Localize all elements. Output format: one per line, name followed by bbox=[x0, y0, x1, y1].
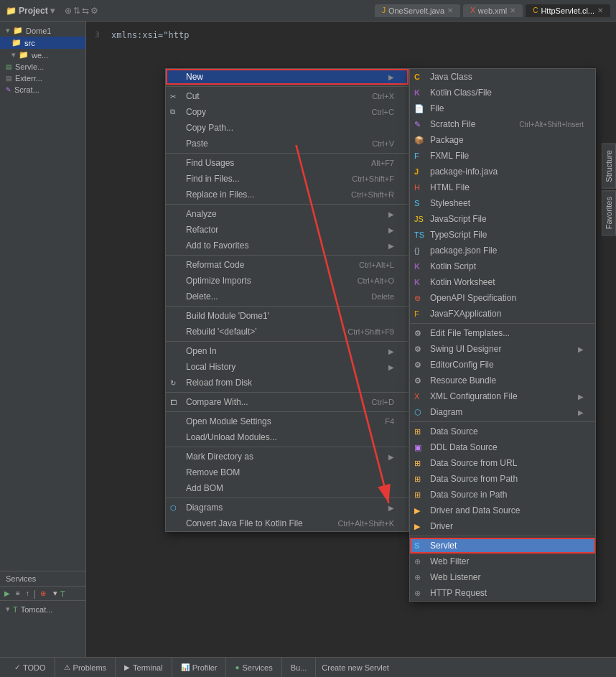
css-icon: S bbox=[414, 199, 419, 207]
tree-item-scrat[interactable]: ✎ Scrat... bbox=[0, 84, 85, 95]
submenu-kotlin-class[interactable]: K Kotlin Class/File bbox=[410, 85, 595, 101]
context-menu-new[interactable]: New ▶ bbox=[166, 69, 409, 85]
submenu-openapi[interactable]: ⊚ OpenAPI Specification bbox=[410, 290, 595, 306]
submenu-java-class[interactable]: C Java Class bbox=[410, 69, 595, 85]
project-folder-icon: 📁 bbox=[13, 26, 23, 35]
submenu-servlet[interactable]: S Servlet bbox=[410, 538, 595, 554]
services-toolbar: ▶ ≡ ↑ | ⊕ ▾ T bbox=[0, 587, 85, 601]
context-menu-copy-path[interactable]: Copy Path... bbox=[166, 120, 409, 136]
submenu-editorconfig[interactable]: ⚙ EditorConfig File bbox=[410, 357, 595, 373]
line-number: 3 bbox=[95, 30, 100, 39]
driver-icon: ▶ bbox=[414, 522, 420, 531]
status-tab-problems[interactable]: ⚠ Problems bbox=[55, 658, 116, 677]
context-menu-reload[interactable]: ↻ Reload from Disk bbox=[166, 375, 409, 391]
status-tab-terminal[interactable]: ▶ Terminal bbox=[116, 658, 172, 677]
context-menu-find-usages[interactable]: Find Usages Alt+F7 bbox=[166, 155, 409, 171]
submenu-resource-bundle[interactable]: ⚙ Resource Bundle bbox=[410, 373, 595, 388]
services-expand-btn[interactable]: ⊕ bbox=[39, 588, 47, 599]
diagram-icon: ⬡ bbox=[170, 504, 177, 512]
context-menu-mark-dir[interactable]: Mark Directory as ▶ bbox=[166, 449, 409, 464]
context-menu-add-bom[interactable]: Add BOM bbox=[166, 480, 409, 496]
tree-item-web[interactable]: ▾ 📁 we... bbox=[0, 49, 85, 61]
submenu-scratch-file[interactable]: ✎ Scratch File Ctrl+Alt+Shift+Insert bbox=[410, 116, 595, 132]
side-label-structure[interactable]: Structure bbox=[602, 144, 616, 189]
tab-close-oneservelt[interactable]: ✕ bbox=[447, 6, 453, 14]
context-menu-replace-in-files[interactable]: Replace in Files... Ctrl+Shift+R bbox=[166, 187, 409, 202]
submenu-fxml[interactable]: F FXML File bbox=[410, 148, 595, 164]
compare-icon: ⧠ bbox=[170, 398, 177, 406]
tab-httpservlet[interactable]: C HttpServlet.cl... ✕ bbox=[526, 4, 610, 17]
context-menu-build-module[interactable]: Build Module 'Dome1' bbox=[166, 308, 409, 324]
submenu-javafx[interactable]: F JavaFXApplication bbox=[410, 306, 595, 322]
tree-item-dome1[interactable]: ▾ 📁 Dome1 bbox=[0, 24, 85, 37]
status-tab-profiler[interactable]: 📊 Profiler bbox=[172, 658, 227, 677]
context-menu-copy[interactable]: ⧉ Copy Ctrl+C bbox=[166, 104, 409, 120]
services-run-btn[interactable]: ▶ bbox=[3, 588, 11, 599]
webfilter-icon: ⊕ bbox=[414, 557, 421, 566]
submenu-ddl-datasource[interactable]: ▣ DDL Data Source bbox=[410, 439, 595, 455]
submenu-xml-config[interactable]: X XML Configuration File ▶ bbox=[410, 388, 595, 404]
json-icon: {} bbox=[414, 246, 419, 255]
submenu-diagram[interactable]: ⬡ Diagram ▶ bbox=[410, 404, 595, 420]
ds-path-icon: ⊞ bbox=[414, 475, 421, 484]
side-label-favorites[interactable]: Favorites bbox=[602, 190, 616, 235]
context-menu-open-module-settings[interactable]: Open Module Settings F4 bbox=[166, 414, 409, 429]
tab-oneservelt[interactable]: J OneServelt.java ✕ bbox=[375, 4, 460, 17]
services-tree-tomcat[interactable]: ▾ T Tomcat... bbox=[6, 604, 80, 615]
tree-item-src[interactable]: 📁 src bbox=[0, 37, 85, 49]
submenu-weblistener[interactable]: ⊕ Web Listener bbox=[410, 569, 595, 585]
context-menu-add-favorites[interactable]: Add to Favorites ▶ bbox=[166, 238, 409, 253]
submenu-kotlin-script[interactable]: K Kotlin Script bbox=[410, 258, 595, 274]
tab-close-webxml[interactable]: ✕ bbox=[510, 6, 515, 14]
context-menu-convert-kotlin[interactable]: Convert Java File to Kotlin File Ctrl+Al… bbox=[166, 515, 409, 531]
submenu-edit-templates[interactable]: ⚙ Edit File Templates... bbox=[410, 325, 595, 341]
submenu-datasource-url[interactable]: ⊞ Data Source from URL bbox=[410, 455, 595, 471]
tab-webxml[interactable]: X web.xml ✕ bbox=[463, 4, 523, 17]
submenu-js[interactable]: JS JavaScript File bbox=[410, 211, 595, 227]
context-menu-reformat[interactable]: Reformat Code Ctrl+Alt+L bbox=[166, 257, 409, 273]
context-menu-find-in-files[interactable]: Find in Files... Ctrl+Shift+F bbox=[166, 171, 409, 187]
new-submenu-arrow: ▶ bbox=[388, 73, 394, 81]
context-menu-open-in[interactable]: Open In ▶ bbox=[166, 343, 409, 359]
project-dropdown[interactable]: 📁 Project ▾ bbox=[6, 6, 55, 16]
tab-close-httpservlet[interactable]: ✕ bbox=[597, 6, 603, 14]
submenu-stylesheet[interactable]: S Stylesheet bbox=[410, 195, 595, 211]
submenu-webfilter[interactable]: ⊕ Web Filter bbox=[410, 554, 595, 569]
context-menu-refactor[interactable]: Refactor ▶ bbox=[166, 222, 409, 238]
status-tab-bu[interactable]: Bu... bbox=[282, 658, 317, 677]
submenu-ts[interactable]: TS TypeScript File bbox=[410, 227, 595, 243]
context-menu-delete[interactable]: Delete... Delete bbox=[166, 289, 409, 304]
context-menu-optimize-imports[interactable]: Optimize Imports Ctrl+Alt+O bbox=[166, 273, 409, 289]
submenu-package[interactable]: 📦 Package bbox=[410, 132, 595, 148]
icon-toolbar: ⊕ ⇅ ⇆ ⚙ bbox=[65, 6, 98, 16]
submenu-file[interactable]: 📄 File bbox=[410, 101, 595, 116]
kw-icon: K bbox=[414, 278, 420, 286]
submenu-package-info[interactable]: J package-info.java bbox=[410, 164, 595, 179]
submenu-driver-datasource[interactable]: ▶ Driver and Data Source bbox=[410, 503, 595, 518]
submenu-http-request[interactable]: ⊕ HTTP Request bbox=[410, 585, 595, 601]
submenu-datasource-path[interactable]: ⊞ Data Source from Path bbox=[410, 471, 595, 487]
submenu-driver[interactable]: ▶ Driver bbox=[410, 518, 595, 534]
context-menu-rebuild[interactable]: Rebuild '<default>' Ctrl+Shift+F9 bbox=[166, 324, 409, 340]
submenu-datasource[interactable]: ⊞ Data Source bbox=[410, 424, 595, 439]
submenu-packagejson[interactable]: {} package.json File bbox=[410, 243, 595, 258]
context-menu-diagrams[interactable]: ⬡ Diagrams ▶ bbox=[166, 500, 409, 515]
context-menu-analyze[interactable]: Analyze ▶ bbox=[166, 206, 409, 222]
context-menu-compare-with[interactable]: ⧠ Compare With... Ctrl+D bbox=[166, 394, 409, 410]
submenu-swing[interactable]: ⚙ Swing UI Designer ▶ bbox=[410, 341, 595, 357]
tree-item-exterr[interactable]: ▤ Exterr... bbox=[0, 73, 85, 84]
context-menu-cut[interactable]: ✂ Cut Ctrl+X bbox=[166, 88, 409, 104]
submenu-datasource-in-path[interactable]: ⊞ Data Source in Path bbox=[410, 487, 595, 503]
context-menu-remove-bom[interactable]: Remove BOM bbox=[166, 464, 409, 480]
services-up-btn[interactable]: ↑ bbox=[24, 588, 31, 599]
status-tab-todo[interactable]: ✓ TODO bbox=[6, 658, 55, 677]
context-menu-local-history[interactable]: Local History ▶ bbox=[166, 359, 409, 375]
submenu-html[interactable]: H HTML File bbox=[410, 179, 595, 195]
status-tab-services[interactable]: ● Services bbox=[226, 658, 281, 677]
services-list-btn[interactable]: ≡ bbox=[14, 588, 22, 599]
top-bar: 📁 Project ▾ ⊕ ⇅ ⇆ ⚙ J OneServelt.java ✕ … bbox=[0, 0, 616, 22]
context-menu-load-unload[interactable]: Load/Unload Modules... bbox=[166, 429, 409, 445]
submenu-kotlin-worksheet[interactable]: K Kotlin Worksheet bbox=[410, 274, 595, 290]
context-menu-paste[interactable]: Paste Ctrl+V bbox=[166, 136, 409, 151]
tree-item-servle[interactable]: ▤ Servle... bbox=[0, 61, 85, 73]
